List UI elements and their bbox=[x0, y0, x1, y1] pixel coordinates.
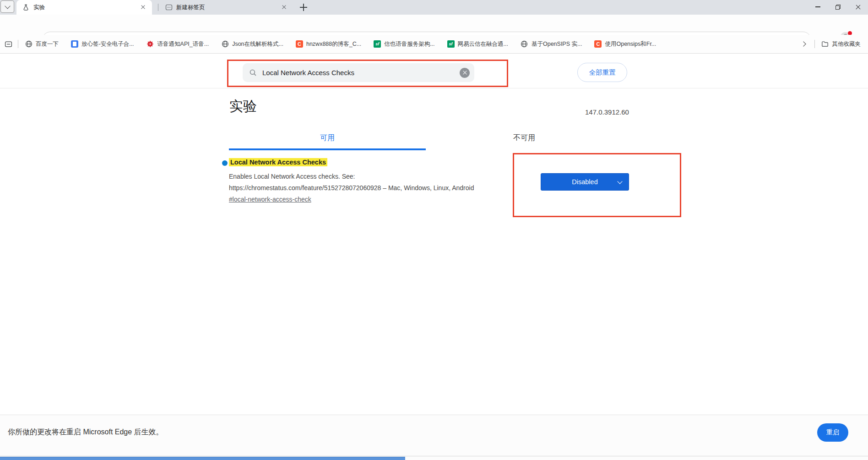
tab-close-icon[interactable] bbox=[139, 3, 147, 11]
tab-title: 新建标签页 bbox=[176, 4, 277, 11]
clear-search-icon[interactable] bbox=[460, 68, 470, 78]
bottom-hairline bbox=[0, 456, 868, 456]
flag-permalink[interactable]: #local-network-access-check bbox=[229, 196, 311, 203]
flag-bullet-dot bbox=[222, 160, 228, 166]
fangxinqian-icon bbox=[71, 40, 78, 48]
flags-page: 全部重置 实验 147.0.3912.60 可用 不可用 Local Netwo… bbox=[0, 54, 868, 415]
browser-version: 147.0.3912.60 bbox=[585, 108, 629, 116]
minimize-icon bbox=[815, 6, 820, 7]
segmentfault-icon: sf bbox=[374, 40, 381, 48]
active-tab-underline bbox=[229, 148, 426, 150]
minimize-button[interactable] bbox=[808, 0, 828, 14]
flags-search-field[interactable] bbox=[243, 63, 474, 82]
navigation-toolbar: ← ↻ edge://flags/#local-network-access-c… bbox=[0, 15, 868, 35]
tab-new-tab-page[interactable]: 新建标签页 bbox=[159, 0, 293, 15]
bookmark-item[interactable]: C hnzwx888的博客_C... bbox=[296, 40, 361, 48]
bookmark-item[interactable]: 放心签-安全电子合... bbox=[71, 40, 134, 48]
globe-icon bbox=[521, 40, 528, 48]
csdn-icon: C bbox=[594, 40, 602, 48]
tab-unavailable[interactable]: 不可用 bbox=[426, 127, 623, 148]
other-favorites-folder[interactable]: 其他收藏夹 bbox=[821, 40, 861, 48]
bookmarks-separator bbox=[18, 40, 18, 48]
segmentfault-icon: sf bbox=[447, 40, 455, 48]
search-input[interactable] bbox=[262, 69, 460, 77]
flag-description-line1: Enables Local Network Access checks. See… bbox=[229, 173, 355, 180]
flag-value-dropdown[interactable]: Disabled bbox=[541, 173, 629, 191]
sidebar-toggle-icon[interactable] bbox=[5, 40, 12, 48]
bookmark-item[interactable]: sf 网易云信在融合通... bbox=[447, 40, 508, 48]
bottom-blue-strip bbox=[0, 457, 405, 460]
restart-button[interactable]: 重启 bbox=[817, 423, 848, 442]
dropdown-value: Disabled bbox=[572, 178, 597, 186]
chevron-down-icon bbox=[5, 3, 11, 9]
flags-tabs: 可用 不可用 bbox=[229, 127, 623, 150]
bookmark-item[interactable]: 语音通知API_语音... bbox=[146, 40, 209, 48]
bookmark-item[interactable]: sf 信也语音服务架构... bbox=[374, 40, 434, 48]
tab-strip: 实验 新建标签页 bbox=[0, 0, 868, 15]
restore-icon bbox=[835, 5, 841, 10]
close-window-button[interactable] bbox=[848, 0, 868, 14]
folder-icon bbox=[821, 40, 829, 48]
new-tab-button[interactable] bbox=[298, 2, 309, 12]
huawei-flower-icon bbox=[146, 40, 154, 48]
globe-icon bbox=[25, 40, 33, 48]
tab-divider bbox=[158, 4, 158, 11]
browser-window: 实验 新建标签页 bbox=[0, 0, 868, 460]
restart-banner: 你所做的更改将在重启 Microsoft Edge 后生效。 重启 bbox=[0, 415, 868, 460]
reset-all-button[interactable]: 全部重置 bbox=[577, 63, 627, 82]
flag-description-line2: https://chromestatus.com/feature/5152728… bbox=[229, 184, 474, 192]
bookmark-item[interactable]: 百度一下 bbox=[25, 40, 59, 48]
bookmark-item[interactable]: 基于OpenSIPS 实... bbox=[521, 40, 582, 48]
bookmarks-bar: 百度一下 放心签-安全电子合... 语音通知API_语音... bbox=[0, 35, 868, 54]
flask-icon bbox=[22, 4, 30, 11]
csdn-icon: C bbox=[296, 40, 303, 48]
globe-icon bbox=[221, 40, 229, 48]
restart-message: 你所做的更改将在重启 Microsoft Edge 后生效。 bbox=[8, 427, 163, 437]
header-divider bbox=[0, 88, 868, 88]
bookmarks-overflow-chevron-icon[interactable] bbox=[801, 41, 806, 46]
tab-close-icon[interactable] bbox=[280, 3, 288, 11]
window-controls bbox=[808, 0, 868, 14]
new-tab-page-icon bbox=[165, 4, 173, 11]
flag-name: Local Network Access Checks bbox=[229, 158, 327, 166]
tab-available[interactable]: 可用 bbox=[229, 127, 426, 148]
bookmark-item[interactable]: Json在线解析格式... bbox=[221, 40, 283, 48]
search-icon bbox=[249, 69, 257, 77]
tab-experiments[interactable]: 实验 bbox=[16, 0, 152, 15]
tab-title: 实验 bbox=[33, 4, 136, 11]
bookmark-item[interactable]: C 使用Opensips和Fr... bbox=[594, 40, 656, 48]
tab-actions-menu-button[interactable] bbox=[0, 0, 14, 13]
restore-button[interactable] bbox=[828, 0, 848, 14]
chevron-down-icon bbox=[617, 179, 622, 184]
page-title: 实验 bbox=[229, 97, 257, 116]
close-icon bbox=[855, 4, 861, 10]
